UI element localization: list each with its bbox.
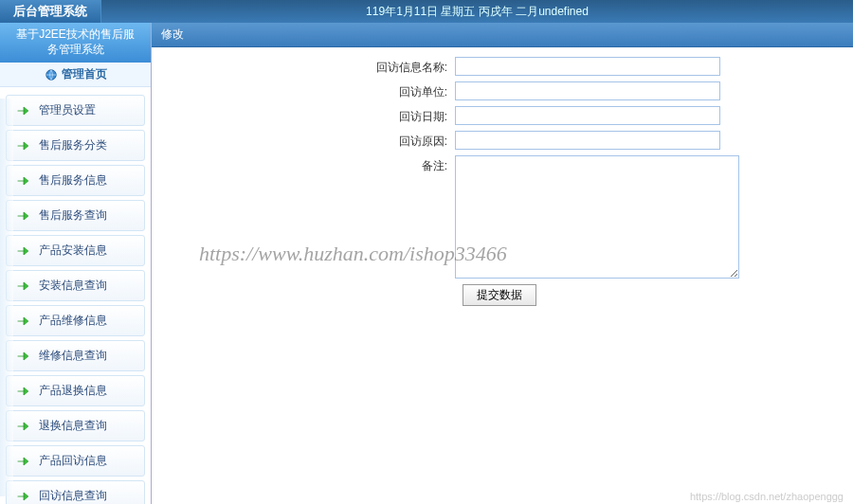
sidebar-item-5[interactable]: 安装信息查询 bbox=[6, 270, 145, 301]
arrow-right-icon bbox=[16, 104, 31, 117]
visit-date-label: 回访日期: bbox=[171, 106, 455, 125]
sidebar-item-8[interactable]: 产品退换信息 bbox=[6, 375, 145, 406]
visit-reason-label: 回访原因: bbox=[171, 131, 455, 150]
arrow-right-icon bbox=[16, 490, 31, 503]
top-bar: 后台管理系统 119年1月11日 星期五 丙戌年 二月undefined bbox=[0, 0, 853, 23]
sidebar-item-2[interactable]: 售后服务信息 bbox=[6, 165, 145, 196]
sidebar-item-label: 安装信息查询 bbox=[39, 278, 107, 294]
sidebar-subtitle-1: 基于J2EE技术的售后服 bbox=[0, 27, 151, 42]
sidebar-item-label: 产品维修信息 bbox=[39, 313, 107, 329]
sidebar-item-label: 退换信息查询 bbox=[39, 418, 107, 434]
sidebar-item-label: 产品回访信息 bbox=[39, 453, 107, 469]
arrow-right-icon bbox=[16, 279, 31, 293]
arrow-right-icon bbox=[16, 174, 31, 188]
sidebar: 基于J2EE技术的售后服 务管理系统 管理首页 管理员设置售后服务分类售后服务信… bbox=[0, 23, 152, 504]
sidebar-item-label: 售后服务查询 bbox=[39, 207, 107, 224]
visit-reason-input[interactable] bbox=[455, 131, 720, 150]
arrow-right-icon bbox=[16, 385, 31, 398]
sidebar-item-label: 售后服务信息 bbox=[39, 172, 107, 189]
sidebar-item-6[interactable]: 产品维修信息 bbox=[6, 305, 145, 336]
visit-unit-input[interactable] bbox=[455, 81, 720, 100]
sidebar-item-label: 管理员设置 bbox=[39, 102, 96, 118]
sidebar-home[interactable]: 管理首页 bbox=[0, 63, 151, 87]
sidebar-item-0[interactable]: 管理员设置 bbox=[6, 95, 145, 126]
globe-icon bbox=[45, 68, 58, 81]
arrow-right-icon bbox=[16, 209, 31, 223]
system-title: 后台管理系统 bbox=[0, 0, 101, 23]
date-line: 119年1月11日 星期五 丙戌年 二月undefined bbox=[101, 4, 853, 20]
sidebar-item-4[interactable]: 产品安装信息 bbox=[6, 235, 145, 266]
sidebar-item-7[interactable]: 维修信息查询 bbox=[6, 340, 145, 371]
sidebar-item-label: 售后服务分类 bbox=[39, 137, 107, 153]
arrow-right-icon bbox=[16, 420, 31, 433]
edit-form: 回访信息名称: 回访单位: 回访日期: 回访原因: 备注: 提交数据 bbox=[152, 47, 853, 315]
arrow-right-icon bbox=[16, 139, 31, 153]
sidebar-item-9[interactable]: 退换信息查询 bbox=[6, 410, 145, 441]
visit-name-label: 回访信息名称: bbox=[171, 57, 455, 76]
visit-unit-label: 回访单位: bbox=[171, 81, 455, 100]
arrow-right-icon bbox=[16, 350, 31, 363]
sidebar-home-label: 管理首页 bbox=[62, 66, 107, 82]
sidebar-item-1[interactable]: 售后服务分类 bbox=[6, 130, 145, 161]
remark-label: 备注: bbox=[171, 155, 455, 174]
submit-button[interactable]: 提交数据 bbox=[463, 284, 536, 306]
remark-textarea[interactable] bbox=[455, 155, 739, 279]
sidebar-item-11[interactable]: 回访信息查询 bbox=[6, 480, 145, 504]
visit-name-input[interactable] bbox=[455, 57, 720, 76]
sidebar-subtitle-2: 务管理系统 bbox=[0, 42, 151, 57]
sidebar-item-3[interactable]: 售后服务查询 bbox=[6, 200, 145, 231]
panel-title: 修改 bbox=[152, 23, 853, 47]
main-panel: 修改 回访信息名称: 回访单位: 回访日期: 回访原因: 备注: bbox=[152, 23, 853, 504]
sidebar-item-label: 产品退换信息 bbox=[39, 383, 107, 399]
arrow-right-icon bbox=[16, 315, 31, 328]
arrow-right-icon bbox=[16, 244, 31, 258]
sidebar-item-label: 维修信息查询 bbox=[39, 348, 107, 364]
sidebar-item-10[interactable]: 产品回访信息 bbox=[6, 445, 145, 477]
sidebar-menu: 管理员设置售后服务分类售后服务信息售后服务查询产品安装信息安装信息查询产品维修信… bbox=[0, 87, 151, 504]
sidebar-item-label: 产品安装信息 bbox=[39, 243, 107, 259]
visit-date-input[interactable] bbox=[455, 106, 720, 125]
arrow-right-icon bbox=[16, 455, 31, 468]
sidebar-header: 基于J2EE技术的售后服 务管理系统 bbox=[0, 23, 151, 63]
sidebar-item-label: 回访信息查询 bbox=[39, 488, 107, 504]
